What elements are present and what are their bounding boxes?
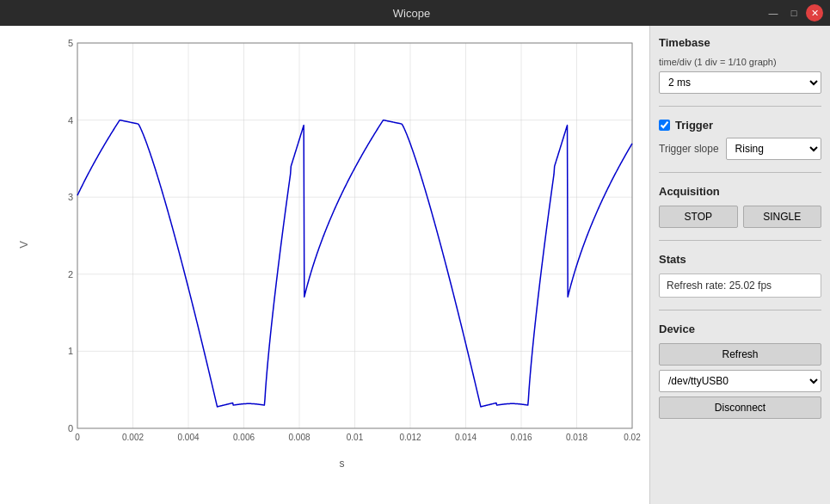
stats-box: Refresh rate: 25.02 fps [659,274,821,298]
window-title: Wicope [58,7,765,20]
divider-1 [659,106,821,107]
close-button[interactable]: ✕ [806,4,823,22]
refresh-rate-value: 25.02 fps [729,280,772,292]
divider-4 [659,310,821,310]
trigger-slope-select[interactable]: Rising Falling [726,138,821,160]
window-controls: — □ ✕ [765,4,823,22]
minimize-button[interactable]: — [765,4,782,22]
acquisition-label: Acquisition [659,185,821,198]
device-select[interactable]: /dev/ttyUSB0 /dev/ttyUSB1 [659,370,821,392]
chart-area: V s [0,26,649,504]
sidebar: Timebase time/div (1 div = 1/10 graph) 2… [649,26,830,504]
oscilloscope-chart [43,34,641,454]
x-axis-label: s [43,458,641,470]
stop-button[interactable]: STOP [659,206,738,228]
trigger-slope-row: Trigger slope Rising Falling [659,138,821,160]
y-axis-label: V [17,241,30,249]
acquisition-btn-row: STOP SINGLE [659,206,821,228]
disconnect-button[interactable]: Disconnect [659,396,821,419]
maximize-button[interactable]: □ [785,4,802,22]
divider-3 [659,240,821,241]
timebase-section: Timebase time/div (1 div = 1/10 graph) 2… [659,36,821,94]
device-section: Device Refresh /dev/ttyUSB0 /dev/ttyUSB1… [659,323,821,419]
title-bar: Wicope — □ ✕ [0,0,830,26]
stats-label: Stats [659,253,821,266]
trigger-row: Trigger [659,119,821,132]
timebase-sub-label: time/div (1 div = 1/10 graph) [659,57,821,67]
single-button[interactable]: SINGLE [743,206,822,228]
timebase-label: Timebase [659,36,821,49]
refresh-rate-label: Refresh rate: [667,280,726,292]
timebase-select[interactable]: 2 ms 1 ms 5 ms 10 ms 20 ms [659,71,821,94]
stats-section: Stats Refresh rate: 25.02 fps [659,253,821,298]
divider-2 [659,172,821,173]
acquisition-section: Acquisition STOP SINGLE [659,185,821,228]
main-content: V s Timebase time/div (1 div = 1/10 grap… [0,26,830,504]
device-label: Device [659,323,821,335]
trigger-label: Trigger [675,119,713,132]
refresh-button[interactable]: Refresh [659,343,821,366]
trigger-section: Trigger Trigger slope Rising Falling [659,119,821,160]
trigger-slope-label: Trigger slope [659,143,719,155]
chart-container [43,34,641,454]
trigger-checkbox[interactable] [659,120,670,131]
